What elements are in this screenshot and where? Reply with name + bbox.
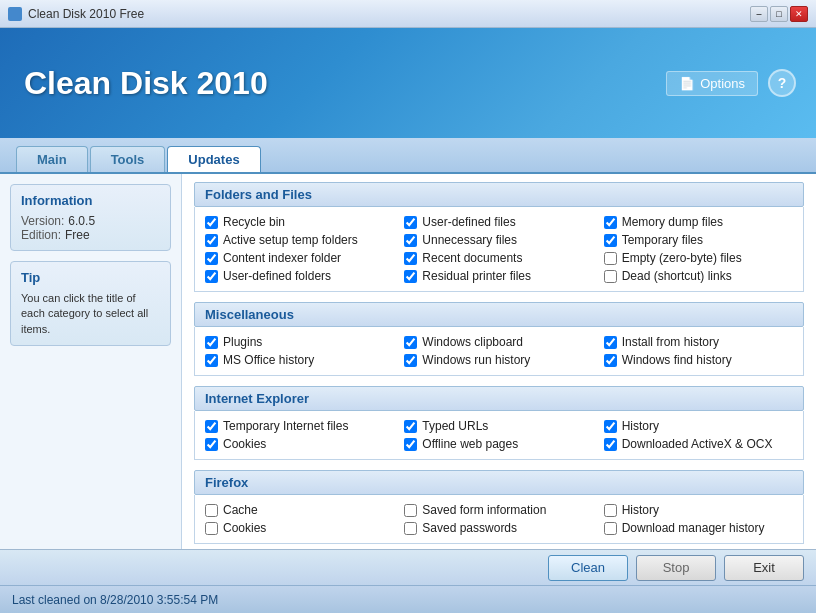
checkbox-item[interactable]: Dead (shortcut) links bbox=[604, 269, 793, 283]
tab-tools[interactable]: Tools bbox=[90, 146, 166, 172]
section-header-firefox[interactable]: Firefox bbox=[194, 470, 804, 495]
checkbox-item[interactable]: History bbox=[604, 503, 793, 517]
tip-box: Tip You can click the title of each cate… bbox=[10, 261, 171, 346]
checkbox-label: History bbox=[622, 503, 659, 517]
checkbox[interactable] bbox=[604, 354, 617, 367]
checkbox-label: MS Office history bbox=[223, 353, 314, 367]
version-row: Version: 6.0.5 bbox=[21, 214, 160, 228]
checkbox-item[interactable]: Saved passwords bbox=[404, 521, 593, 535]
exit-button[interactable]: Exit bbox=[724, 555, 804, 581]
checkbox-item[interactable]: User-defined files bbox=[404, 215, 593, 229]
section-internet-explorer: Internet ExplorerTemporary Internet file… bbox=[194, 386, 804, 460]
checkbox[interactable] bbox=[205, 270, 218, 283]
checkbox-item[interactable]: Recent documents bbox=[404, 251, 593, 265]
tab-main[interactable]: Main bbox=[16, 146, 88, 172]
checkbox[interactable] bbox=[205, 420, 218, 433]
section-body-firefox: CacheSaved form informationHistoryCookie… bbox=[194, 495, 804, 544]
checkbox-label: Unnecessary files bbox=[422, 233, 517, 247]
checkbox-item[interactable]: Content indexer folder bbox=[205, 251, 394, 265]
checkbox-label: Cache bbox=[223, 503, 258, 517]
checkbox-item[interactable]: Saved form information bbox=[404, 503, 593, 517]
checkbox-item[interactable]: Unnecessary files bbox=[404, 233, 593, 247]
checkbox[interactable] bbox=[205, 522, 218, 535]
checkbox-item[interactable]: Windows clipboard bbox=[404, 335, 593, 349]
checkbox-item[interactable]: User-defined folders bbox=[205, 269, 394, 283]
checkbox-label: Recycle bin bbox=[223, 215, 285, 229]
checkbox[interactable] bbox=[205, 234, 218, 247]
checkbox-item[interactable]: Cookies bbox=[205, 437, 394, 451]
status-text: Last cleaned on 8/28/2010 3:55:54 PM bbox=[12, 593, 218, 607]
checkbox-item[interactable]: Cache bbox=[205, 503, 394, 517]
checkbox-item[interactable]: Downloaded ActiveX & OCX bbox=[604, 437, 793, 451]
clean-button[interactable]: Clean bbox=[548, 555, 628, 581]
minimize-button[interactable]: – bbox=[750, 6, 768, 22]
checkbox[interactable] bbox=[404, 252, 417, 265]
app-title: Clean Disk 2010 bbox=[24, 65, 268, 102]
tip-title: Tip bbox=[21, 270, 160, 285]
checkbox[interactable] bbox=[404, 270, 417, 283]
checkbox[interactable] bbox=[404, 438, 417, 451]
stop-button[interactable]: Stop bbox=[636, 555, 716, 581]
checkbox[interactable] bbox=[604, 216, 617, 229]
checkbox-item[interactable]: Temporary files bbox=[604, 233, 793, 247]
checkbox-item[interactable]: Cookies bbox=[205, 521, 394, 535]
version-value: 6.0.5 bbox=[68, 214, 95, 228]
checkbox-item[interactable]: Residual printer files bbox=[404, 269, 593, 283]
checkbox[interactable] bbox=[205, 354, 218, 367]
checkbox-label: Dead (shortcut) links bbox=[622, 269, 732, 283]
checkbox-item[interactable]: Memory dump files bbox=[604, 215, 793, 229]
checkbox[interactable] bbox=[404, 354, 417, 367]
help-button[interactable]: ? bbox=[768, 69, 796, 97]
checkbox[interactable] bbox=[404, 420, 417, 433]
checkbox[interactable] bbox=[205, 336, 218, 349]
checkbox-item[interactable]: Offline web pages bbox=[404, 437, 593, 451]
checkbox-label: Temporary Internet files bbox=[223, 419, 348, 433]
checkbox[interactable] bbox=[205, 216, 218, 229]
checkbox-item[interactable]: Typed URLs bbox=[404, 419, 593, 433]
header-actions: 📄 Options ? bbox=[666, 69, 796, 97]
checkbox-label: Recent documents bbox=[422, 251, 522, 265]
options-button[interactable]: 📄 Options bbox=[666, 71, 758, 96]
checkbox-item[interactable]: Recycle bin bbox=[205, 215, 394, 229]
checkbox[interactable] bbox=[404, 504, 417, 517]
checkbox[interactable] bbox=[404, 336, 417, 349]
checkbox[interactable] bbox=[604, 522, 617, 535]
window-title: Clean Disk 2010 Free bbox=[28, 7, 144, 21]
checkbox[interactable] bbox=[404, 234, 417, 247]
checkbox-item[interactable]: History bbox=[604, 419, 793, 433]
checkbox-item[interactable]: Windows find history bbox=[604, 353, 793, 367]
checkbox-item[interactable]: Install from history bbox=[604, 335, 793, 349]
tab-updates[interactable]: Updates bbox=[167, 146, 260, 172]
section-header-folders-files[interactable]: Folders and Files bbox=[194, 182, 804, 207]
checkbox[interactable] bbox=[404, 216, 417, 229]
checkbox-item[interactable]: Plugins bbox=[205, 335, 394, 349]
options-icon: 📄 bbox=[679, 76, 695, 91]
checkbox[interactable] bbox=[604, 252, 617, 265]
checkbox[interactable] bbox=[404, 522, 417, 535]
checkbox-label: Content indexer folder bbox=[223, 251, 341, 265]
section-folders-files: Folders and FilesRecycle binUser-defined… bbox=[194, 182, 804, 292]
checkbox-item[interactable]: Active setup temp folders bbox=[205, 233, 394, 247]
checkbox[interactable] bbox=[604, 504, 617, 517]
checkbox[interactable] bbox=[205, 504, 218, 517]
checkbox[interactable] bbox=[205, 252, 218, 265]
sidebar: Information Version: 6.0.5 Edition: Free… bbox=[0, 174, 182, 549]
maximize-button[interactable]: □ bbox=[770, 6, 788, 22]
checkbox[interactable] bbox=[604, 234, 617, 247]
checkbox-item[interactable]: Download manager history bbox=[604, 521, 793, 535]
checkbox[interactable] bbox=[205, 438, 218, 451]
checkbox-item[interactable]: Empty (zero-byte) files bbox=[604, 251, 793, 265]
checkbox[interactable] bbox=[604, 420, 617, 433]
checkbox-item[interactable]: MS Office history bbox=[205, 353, 394, 367]
section-header-miscellaneous[interactable]: Miscellaneous bbox=[194, 302, 804, 327]
checkbox[interactable] bbox=[604, 438, 617, 451]
checkbox[interactable] bbox=[604, 270, 617, 283]
checkbox-label: Saved form information bbox=[422, 503, 546, 517]
checkbox-item[interactable]: Windows run history bbox=[404, 353, 593, 367]
section-header-internet-explorer[interactable]: Internet Explorer bbox=[194, 386, 804, 411]
checkbox-label: Saved passwords bbox=[422, 521, 517, 535]
checkbox-item[interactable]: Temporary Internet files bbox=[205, 419, 394, 433]
checkbox[interactable] bbox=[604, 336, 617, 349]
close-button[interactable]: ✕ bbox=[790, 6, 808, 22]
checkbox-label: Windows run history bbox=[422, 353, 530, 367]
